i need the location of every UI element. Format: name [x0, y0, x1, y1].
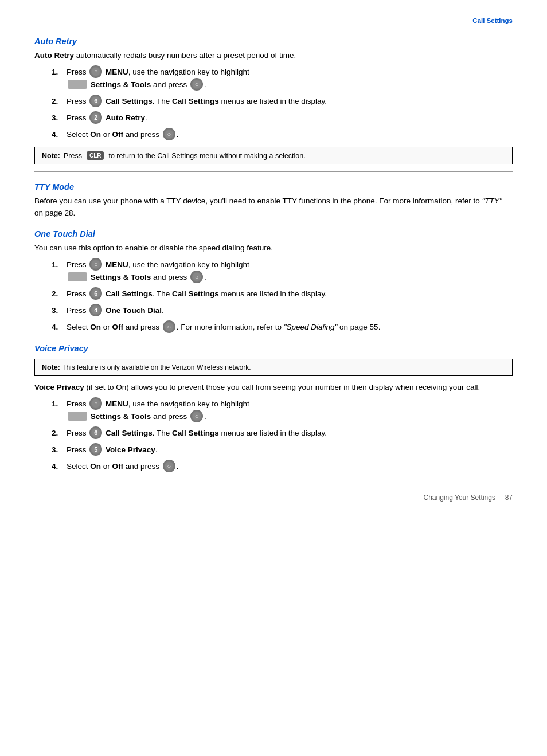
- settings-bar-icon: [68, 272, 87, 281]
- num6-icon-btn: 6: [89, 95, 102, 107]
- step-content: Press 6 Call Settings. The Call Settings…: [67, 95, 513, 108]
- step-content: Select On or Off and press ○.: [67, 128, 513, 141]
- step-number: 3.: [52, 444, 64, 456]
- auto-retry-intro: Auto Retry automatically redials busy nu…: [34, 50, 513, 61]
- step-content: Press ○ MENU, use the navigation key to …: [67, 66, 513, 91]
- step-item: 2. Press 6 Call Settings. The Call Setti…: [52, 95, 513, 108]
- voice-privacy-steps: 1. Press ○ MENU, use the navigation key …: [52, 398, 513, 473]
- voice-privacy-intro: Voice Privacy (if set to On) allows you …: [34, 382, 513, 393]
- step-content: Press 6 Call Settings. The Call Settings…: [67, 427, 513, 440]
- one-touch-dial-title: One Touch Dial: [34, 229, 513, 238]
- step-content: Press 6 Call Settings. The Call Settings…: [67, 288, 513, 300]
- one-touch-dial-intro: You can use this option to enable or dis…: [34, 242, 513, 254]
- step-number: 3.: [52, 112, 64, 124]
- auto-retry-section: Auto Retry Auto Retry automatically redi…: [34, 37, 513, 164]
- step-number: 4.: [52, 321, 64, 333]
- voice-privacy-section: Voice Privacy Note: This feature is only…: [34, 344, 513, 473]
- step-item: 1. Press ○ MENU, use the navigation key …: [52, 398, 513, 423]
- step-content: Press ○ MENU, use the navigation key to …: [67, 258, 513, 284]
- clr-icon: CLR: [87, 151, 104, 160]
- note-text: This feature is only available on the Ve…: [62, 363, 251, 371]
- step-number: 2.: [52, 427, 64, 439]
- num6-icon-btn: 6: [89, 287, 102, 300]
- ok-icon-btn: ○: [190, 271, 203, 283]
- tty-mode-text: Before you can use your phone with a TTY…: [34, 195, 513, 219]
- step-item: 2. Press 6 Call Settings. The Call Setti…: [52, 288, 513, 300]
- step-number: 1.: [52, 398, 64, 410]
- note-rest: to return to the Call Settings menu with…: [108, 152, 305, 160]
- note-text: Press: [64, 152, 82, 160]
- voice-privacy-title: Voice Privacy: [34, 344, 513, 353]
- menu-icon-btn: ○: [89, 397, 102, 410]
- step-number: 1.: [52, 66, 64, 78]
- step-item: 3. Press 4 One Touch Dial.: [52, 304, 513, 317]
- step-number: 4.: [52, 460, 64, 472]
- settings-bar-icon: [68, 80, 87, 89]
- step-content: Press 5 Voice Privacy.: [67, 444, 513, 456]
- step-item: 4. Select On or Off and press ○.: [52, 128, 513, 141]
- auto-retry-note: Note: Press CLR to return to the Call Se…: [34, 147, 513, 164]
- step-content: Select On or Off and press ○.: [67, 460, 513, 473]
- step-content: Press ○ MENU, use the navigation key to …: [67, 398, 513, 423]
- footer-left: Changing Your Settings: [424, 493, 495, 502]
- num4-icon-btn: 4: [89, 304, 102, 316]
- menu-icon-btn: ○: [89, 65, 102, 78]
- step-item: 3. Press 5 Voice Privacy.: [52, 444, 513, 456]
- step-item: 1. Press ○ MENU, use the navigation key …: [52, 258, 513, 284]
- step-number: 1.: [52, 258, 64, 271]
- menu-icon-btn: ○: [89, 258, 102, 271]
- section-label: Call Settings: [34, 17, 513, 26]
- step-item: 3. Press 2 Auto Retry.: [52, 112, 513, 124]
- step-number: 4.: [52, 128, 64, 140]
- step-content: Select On or Off and press ○. For more i…: [67, 321, 513, 334]
- step-item: 2. Press 6 Call Settings. The Call Setti…: [52, 427, 513, 440]
- settings-bar-icon: [68, 412, 87, 421]
- footer-page: 87: [505, 493, 513, 502]
- step-number: 2.: [52, 288, 64, 300]
- num2-icon-btn: 2: [89, 111, 102, 124]
- tty-mode-title: TTY Mode: [34, 182, 513, 191]
- one-touch-dial-section: One Touch Dial You can use this option t…: [34, 229, 513, 334]
- one-touch-dial-steps: 1. Press ○ MENU, use the navigation key …: [52, 258, 513, 334]
- step-content: Press 4 One Touch Dial.: [67, 304, 513, 317]
- num5-icon-btn: 5: [89, 443, 102, 456]
- ok-icon-btn: ○: [163, 320, 175, 333]
- step-item: 4. Select On or Off and press ○. For mor…: [52, 321, 513, 334]
- tty-mode-section: TTY Mode Before you can use your phone w…: [34, 182, 513, 219]
- note-label: Note:: [42, 152, 60, 160]
- ok-icon-btn: ○: [163, 128, 175, 140]
- num6-icon-btn: 6: [89, 426, 102, 439]
- note-label: Note:: [42, 363, 60, 371]
- ok-icon-btn: ○: [190, 78, 203, 91]
- page-header: Call Settings: [34, 17, 513, 26]
- step-item: 1. Press ○ MENU, use the navigation key …: [52, 66, 513, 91]
- ok-icon-btn: ○: [190, 410, 203, 422]
- step-number: 3.: [52, 304, 64, 316]
- page-footer: Changing Your Settings 87: [34, 490, 513, 502]
- step-item: 4. Select On or Off and press ○.: [52, 460, 513, 473]
- ok-icon-btn: ○: [163, 460, 175, 472]
- auto-retry-steps: 1. Press ○ MENU, use the navigation key …: [52, 66, 513, 141]
- section-divider: [34, 171, 513, 172]
- auto-retry-title: Auto Retry: [34, 37, 513, 46]
- step-content: Press 2 Auto Retry.: [67, 112, 513, 124]
- voice-privacy-note: Note: This feature is only available on …: [34, 359, 513, 376]
- step-number: 2.: [52, 95, 64, 107]
